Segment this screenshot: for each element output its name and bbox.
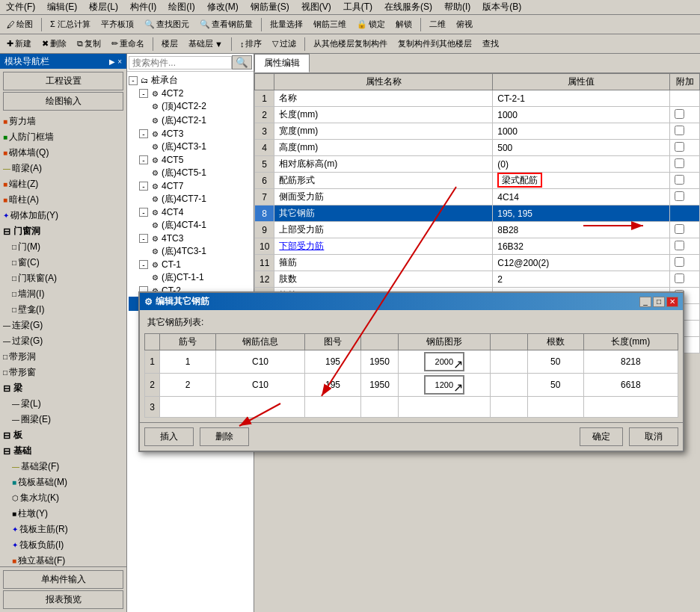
prop-value-2[interactable]: 1000 [493,107,670,123]
btn-draw[interactable]: 🖊 绘图 [3,17,37,31]
nav-item-masonry-rebar[interactable]: ✦ 砌体加筋(Y) [0,208,126,223]
prop-value-9[interactable]: 8B28 [493,222,670,238]
btn-filter[interactable]: ▽ 过滤 [268,37,300,51]
nav-item-sump[interactable]: ⬡集水坑(K) [0,490,126,506]
prop-row-12[interactable]: 12 肢数 2 [255,271,700,288]
tree-node-4CT2-2[interactable]: ⚙ (顶)4CT2-2 [129,99,252,114]
nav-item-lintel[interactable]: —过梁(G) [0,333,126,349]
nav-item-ring-beam[interactable]: —圈梁(E) [0,412,126,427]
nav-item-end-column[interactable]: ■ 端柱(Z) [0,176,126,192]
prop-row-1[interactable]: 1 名称 CT-2-1 [255,90,700,107]
prop-check-3[interactable] [670,123,700,140]
prop-check-10[interactable] [670,238,700,255]
btn-copy-to-floor[interactable]: 复制构件到其他楼层 [394,37,476,51]
btn-copy-from-floor[interactable]: 从其他楼层复制构件 [310,37,391,51]
nav-item-raft-neg-rebar[interactable]: ✦筏板负筋(I) [0,537,126,553]
tree-node-4CT4-1[interactable]: ⚙ (底)4CT4-1 [129,218,252,232]
dialog-insert-btn[interactable]: 插入 [144,427,194,446]
prop-row-9[interactable]: 9 上部受力筋 8B28 [255,222,700,238]
rebar-roots-3[interactable] [527,397,583,418]
prop-check-4[interactable] [670,140,700,156]
btn-view-rebar[interactable]: 🔍 查看钢筋量 [196,17,257,31]
prop-row-2[interactable]: 2 长度(mm) 1000 [255,107,700,123]
menu-rebar[interactable]: 钢筋量(S) [248,1,292,13]
nav-item-dark-beam[interactable]: — 暗梁(A) [0,161,126,176]
rebar-roots-2[interactable]: 50 [527,374,583,397]
prop-check-11[interactable] [670,255,700,271]
btn-calc[interactable]: Σ 汇总计算 [46,17,94,31]
4CT2-toggle[interactable]: - [139,89,148,98]
btn-floor[interactable]: 楼层 [158,37,182,51]
nav-single-input[interactable]: 单构件输入 [3,570,123,589]
tree-node-CT1[interactable]: - ⚙ CT-1 [129,259,252,271]
prop-value-12[interactable]: 2 [493,271,670,288]
prop-row-8[interactable]: 8 其它钢筋 195, 195 [255,205,700,222]
prop-value-10[interactable]: 16B32 [493,238,670,255]
btn-unlock[interactable]: 解锁 [392,17,416,31]
nav-item-niche[interactable]: □壁龛(I) [0,302,126,318]
4TC3-toggle[interactable]: - [139,234,148,243]
nav-report-view[interactable]: 报表预览 [3,590,123,609]
dialog-cancel-btn[interactable]: 取消 [629,427,678,446]
prop-check-2[interactable] [670,107,700,123]
tree-node-4CT5[interactable]: - ⚙ 4CT5 [129,154,252,166]
tree-node-4CT3[interactable]: - ⚙ 4CT3 [129,128,252,140]
nav-item-strip-window[interactable]: □带形窗 [0,365,126,380]
menu-modify[interactable]: 修改(M) [204,1,242,13]
rebar-info-1[interactable]: C10 [216,350,305,374]
nav-item-isolated-foundation[interactable]: ■独立基础(F) [0,553,126,566]
tab-property-editor[interactable]: 属性编辑 [254,54,310,72]
tree-node-4CT4[interactable]: - ⚙ 4CT4 [129,206,252,218]
prop-row-11[interactable]: 11 箍筋 C12@200(2) [255,255,700,271]
btn-rebar3d[interactable]: 钢筋三维 [310,17,350,31]
btn-sort[interactable]: ↕ 排序 [236,37,266,51]
nav-item-coupling-beam[interactable]: —连梁(G) [0,318,126,333]
prop-row-3[interactable]: 3 宽度(mm) 1000 [255,123,700,140]
rebar-length-2[interactable]: 6618 [583,374,678,397]
rebar-length-1[interactable]: 8218 [583,350,678,374]
rebar-barnum-3[interactable] [160,397,216,418]
tree-node-4CT5-1[interactable]: ⚙ (底)4CT5-1 [129,166,252,180]
4CT7-toggle[interactable]: - [139,182,148,191]
nav-item-dark-column[interactable]: ■ 暗柱(A) [0,192,126,208]
prop-row-6[interactable]: 6 配筋形式 梁式配筋 [255,173,700,189]
rebar-row-1[interactable]: 1 1 C10 195 1950 2000 ↗ 50 [145,350,678,374]
btn-rename[interactable]: ✏ 重命名 [108,37,148,51]
menu-draw[interactable]: 绘图(I) [165,1,197,13]
dialog-maximize-btn[interactable]: □ [653,297,665,307]
nav-item-wall-hole[interactable]: □墙洞(I) [0,286,126,302]
menu-online[interactable]: 在线服务(S) [381,1,435,13]
4CT5-toggle[interactable]: - [139,155,148,164]
tree-node-CT1-1[interactable]: ⚙ (底)CT-1-1 [129,271,252,285]
rebar-barnum-1[interactable]: 1 [160,350,216,374]
prop-value-8[interactable]: 195, 195 [493,205,670,222]
dialog-delete-btn[interactable]: 删除 [200,427,249,446]
tree-search-input[interactable] [129,56,232,69]
btn-base-floor[interactable]: 基础层 ▼ [185,37,227,51]
nav-item-strip-hole[interactable]: □带形洞 [0,349,126,365]
tree-root[interactable]: - 🗂 桩承台 [129,73,252,87]
prop-row-7[interactable]: 7 侧面受力筋 4C14 [255,189,700,205]
menu-view[interactable]: 视图(V) [298,1,334,13]
4CT4-toggle[interactable]: - [139,208,148,217]
prop-value-3[interactable]: 1000 [493,123,670,140]
prop-value-7[interactable]: 4C14 [493,189,670,205]
nav-item-masonry[interactable]: ■ 砌体墙(Q) [0,145,126,161]
btn-find[interactable]: 查找 [479,37,503,51]
prop-row-5[interactable]: 5 相对底标高(m) (0) [255,156,700,173]
dialog-confirm-btn[interactable]: 确定 [580,427,623,446]
prop-check-12[interactable] [670,271,700,288]
prop-row-4[interactable]: 4 高度(mm) 500 [255,140,700,156]
btn-find-elem[interactable]: 🔍 查找图元 [141,17,193,31]
nav-project-settings[interactable]: 工程设置 [3,72,123,90]
prop-check-5[interactable] [670,156,700,173]
menu-help[interactable]: 帮助(I) [441,1,473,13]
tree-node-4TC3-1[interactable]: ⚙ (底)4TC3-1 [129,244,252,259]
tree-root-toggle[interactable]: - [129,76,138,85]
btn-2d[interactable]: 二维 [426,17,449,31]
nav-item-shear-wall[interactable]: ■ 剪力墙 [0,114,126,129]
nav-item-raft-main-rebar[interactable]: ✦筏板主筋(R) [0,522,126,537]
btn-copy[interactable]: ⧉ 复制 [73,37,105,51]
prop-check-9[interactable] [670,222,700,238]
nav-item-column-pier[interactable]: ■柱墩(Y) [0,506,126,522]
